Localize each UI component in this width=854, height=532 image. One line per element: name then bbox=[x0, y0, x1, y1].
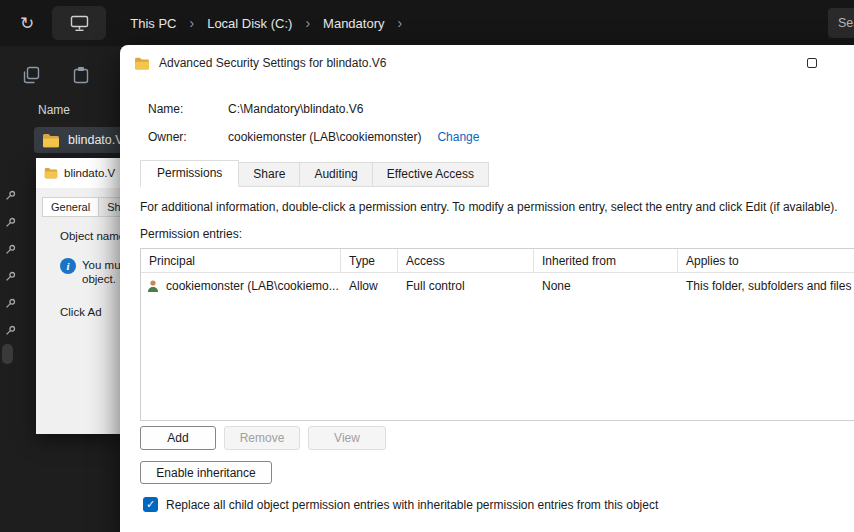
entry-principal: cookiemonster (LAB\cookiemo... bbox=[166, 279, 339, 293]
replace-permissions-row[interactable]: ✓ Replace all child object permission en… bbox=[143, 497, 658, 512]
entry-access: Full control bbox=[398, 279, 534, 293]
entry-applies-to: This folder, subfolders and files bbox=[678, 279, 854, 293]
tab-permissions[interactable]: Permissions bbox=[140, 160, 239, 187]
add-button[interactable]: Add bbox=[140, 426, 216, 450]
click-advanced-text: Click Ad bbox=[60, 306, 102, 318]
navigation-pane bbox=[5, 182, 16, 344]
warning-text-line2: object. bbox=[82, 273, 116, 285]
paste-icon[interactable] bbox=[72, 66, 90, 84]
name-value: C:\Mandatory\blindato.V6 bbox=[228, 102, 363, 116]
info-icon: i bbox=[60, 258, 76, 274]
breadcrumb-item-mandatory[interactable]: Mandatory bbox=[323, 16, 384, 31]
folder-icon bbox=[134, 57, 150, 70]
pin-icon[interactable] bbox=[5, 236, 16, 263]
view-button[interactable]: View bbox=[308, 426, 386, 450]
search-input[interactable]: Sea bbox=[828, 8, 854, 38]
folder-icon bbox=[42, 133, 60, 148]
name-field-row: Name: C:\Mandatory\blindato.V6 bbox=[148, 102, 363, 116]
column-header-name[interactable]: Name bbox=[38, 103, 70, 117]
table-header-row: Principal Type Access Inherited from App… bbox=[141, 249, 854, 273]
explorer-topbar: ↻ This PC › Local Disk (C:) › Mandatory … bbox=[0, 0, 854, 46]
copy-icon[interactable] bbox=[22, 66, 40, 84]
breadcrumb: This PC › Local Disk (C:) › Mandatory › bbox=[130, 15, 402, 31]
permission-entries-table: Principal Type Access Inherited from App… bbox=[140, 248, 854, 421]
user-icon bbox=[146, 279, 160, 293]
column-header-principal[interactable]: Principal bbox=[141, 249, 341, 272]
this-pc-icon bbox=[70, 15, 89, 32]
pin-icon[interactable] bbox=[5, 182, 16, 209]
tab-share[interactable]: Share bbox=[239, 162, 300, 187]
properties-dialog-titlebar: blindato.V bbox=[36, 158, 122, 188]
security-tabs: Permissions Share Auditing Effective Acc… bbox=[140, 160, 489, 187]
permissions-info-text: For additional information, double-click… bbox=[140, 200, 838, 214]
name-label: Name: bbox=[148, 102, 228, 116]
column-header-access[interactable]: Access bbox=[398, 249, 534, 272]
dialog-titlebar: Advanced Security Settings for blindato.… bbox=[120, 45, 854, 81]
pin-icon[interactable] bbox=[5, 317, 16, 344]
folder-icon bbox=[44, 167, 58, 179]
pin-icon[interactable] bbox=[5, 290, 16, 317]
breadcrumb-item-this-pc[interactable]: This PC bbox=[130, 16, 176, 31]
column-header-inherited-from[interactable]: Inherited from bbox=[534, 249, 678, 272]
pin-icon[interactable] bbox=[5, 263, 16, 290]
maximize-button[interactable] bbox=[789, 45, 835, 81]
replace-permissions-checkbox[interactable]: ✓ bbox=[143, 497, 158, 512]
explorer-tab[interactable] bbox=[52, 6, 106, 40]
enable-inheritance-button[interactable]: Enable inheritance bbox=[140, 461, 272, 484]
advanced-security-dialog: Advanced Security Settings for blindato.… bbox=[120, 45, 854, 532]
dialog-title: Advanced Security Settings for blindato.… bbox=[159, 56, 386, 70]
chevron-right-icon: › bbox=[305, 15, 310, 31]
properties-tabs: General Sha bbox=[42, 197, 122, 217]
maximize-icon bbox=[807, 58, 817, 68]
replace-permissions-label: Replace all child object permission entr… bbox=[166, 498, 658, 512]
tab-auditing[interactable]: Auditing bbox=[300, 162, 372, 187]
owner-label: Owner: bbox=[148, 130, 228, 144]
object-name-label: Object name: bbox=[60, 230, 128, 242]
owner-field-row: Owner: cookiemonster (LAB\cookiemonster)… bbox=[148, 130, 479, 144]
tab-effective-access[interactable]: Effective Access bbox=[373, 162, 489, 187]
permission-entry-row[interactable]: cookiemonster (LAB\cookiemo... Allow Ful… bbox=[141, 273, 854, 299]
chevron-right-icon: › bbox=[398, 15, 403, 31]
column-header-applies-to[interactable]: Applies to bbox=[678, 249, 854, 272]
properties-dialog-title: blindato.V bbox=[64, 167, 115, 179]
nav-scrollbar-thumb[interactable] bbox=[2, 344, 13, 364]
file-item-blindato[interactable]: blindato.V6 bbox=[34, 127, 122, 153]
chevron-right-icon: › bbox=[189, 15, 194, 31]
permission-entries-label: Permission entries: bbox=[140, 227, 242, 241]
properties-dialog: blindato.V General Sha Object name: i Yo… bbox=[36, 158, 122, 434]
breadcrumb-item-local-disk[interactable]: Local Disk (C:) bbox=[207, 16, 292, 31]
entry-inherited-from: None bbox=[534, 279, 678, 293]
change-owner-link[interactable]: Change bbox=[437, 130, 479, 144]
remove-button[interactable]: Remove bbox=[224, 426, 300, 450]
tab-general[interactable]: General bbox=[42, 197, 99, 217]
pin-icon[interactable] bbox=[5, 209, 16, 236]
column-header-type[interactable]: Type bbox=[341, 249, 398, 272]
owner-value: cookiemonster (LAB\cookiemonster) bbox=[228, 130, 421, 144]
entry-type: Allow bbox=[341, 279, 398, 293]
refresh-icon[interactable]: ↻ bbox=[20, 15, 34, 32]
